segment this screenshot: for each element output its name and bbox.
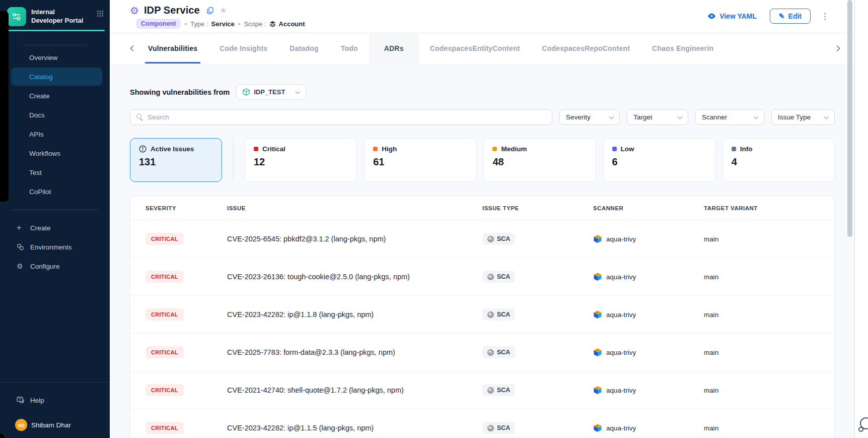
vulnerabilities-table: SEVERITY ISSUE ISSUE TYPE SCANNER TARGET…	[130, 196, 835, 438]
search-box	[130, 109, 552, 125]
cube-icon	[243, 88, 250, 96]
sidebar-divider	[23, 45, 87, 45]
stat-critical[interactable]: Critical 12	[245, 138, 357, 182]
sidebar-item-test[interactable]: Test	[11, 163, 102, 181]
table-row[interactable]: CRITICAL CVE-2025-7783: form-data@2.3.3 …	[130, 333, 834, 371]
sidebar-item-docs[interactable]: Docs	[11, 106, 102, 124]
source-select[interactable]: IDP_TEST	[236, 84, 306, 100]
stat-low[interactable]: Low 6	[603, 138, 715, 182]
sidebar-help[interactable]: ? Help	[0, 391, 110, 410]
table-header-row: SEVERITY ISSUE ISSUE TYPE SCANNER TARGET…	[130, 196, 834, 220]
scanner-cell: aqua-trivy	[593, 310, 704, 319]
tab-datadog[interactable]: Datadog	[278, 33, 329, 64]
tabs-scroll-left-icon[interactable]	[127, 33, 137, 64]
stat-active-issues[interactable]: Active Issues 131	[130, 138, 222, 182]
stat-value: 48	[492, 156, 587, 168]
tab-todo[interactable]: Todo	[330, 33, 369, 64]
apps-grid-icon[interactable]	[97, 10, 104, 19]
star-icon[interactable]: ★	[220, 6, 227, 15]
scope-label: Scope :	[244, 20, 266, 28]
left-edge-overlay	[0, 11, 9, 202]
tab-adrs[interactable]: ADRs	[369, 33, 419, 64]
kebab-menu-icon[interactable]: ⋮	[821, 12, 829, 21]
issue-cell: CVE-2025-6545: pbkdf2@3.1.2 (lang-pkgs, …	[227, 235, 482, 243]
eye-icon	[707, 13, 716, 19]
sidebar-divider	[11, 210, 99, 210]
entity-kind-badge: Component	[136, 19, 181, 29]
issue-cell: CVE-2023-42282: ip@1.1.5 (lang-pkgs, npm…	[227, 424, 482, 432]
stat-value: 61	[373, 156, 467, 168]
tab-chaos-engineering[interactable]: Chaos Engineerin	[641, 33, 721, 64]
filter-scanner[interactable]: Scanner	[695, 109, 764, 125]
issue-type-pill: SCA	[482, 346, 515, 358]
edit-button[interactable]: ✎ Edit	[770, 9, 811, 24]
entity-header: ⚙ IDP Service ★ Component ● Type : Servi…	[110, 0, 854, 33]
issue-cell: CVE-2025-7783: form-data@2.3.3 (lang-pkg…	[227, 348, 482, 356]
tab-code-insights[interactable]: Code Insights	[208, 33, 278, 64]
table-row[interactable]: CRITICAL CVE-2023-26136: tough-cookie@2.…	[130, 258, 834, 295]
trivy-logo-icon	[593, 423, 602, 432]
table-row[interactable]: CRITICAL CVE-2021-42740: shell-quote@1.7…	[130, 371, 834, 409]
issue-type-pill: SCA	[482, 308, 515, 321]
sidebar-action-configure[interactable]: ⚙ Configure	[0, 257, 110, 276]
filter-target[interactable]: Target	[627, 109, 688, 125]
view-yaml-button[interactable]: View YAML	[707, 12, 757, 20]
sca-icon	[487, 349, 494, 356]
type-label: Type :	[190, 20, 208, 28]
sidebar-nav: Overview Catalog Create Docs APIs Workfl…	[0, 48, 110, 201]
stat-value: 12	[254, 156, 348, 168]
table-row[interactable]: CRITICAL CVE-2023-42282: ip@1.1.8 (lang-…	[130, 295, 834, 333]
filter-severity[interactable]: Severity	[559, 109, 620, 125]
sidebar-divider	[0, 382, 110, 383]
stat-high[interactable]: High 61	[364, 138, 476, 182]
sidebar-action-environments[interactable]: Environments	[0, 237, 110, 257]
column-header-issue: ISSUE	[227, 205, 482, 211]
sidebar-item-apis[interactable]: APIs	[11, 125, 102, 143]
sidebar-action-create[interactable]: + Create	[0, 218, 110, 237]
page-title: IDP Service	[144, 5, 200, 16]
entity-kind-icon: ⚙	[130, 6, 139, 16]
trivy-logo-icon	[593, 348, 602, 357]
copy-icon[interactable]	[207, 7, 213, 14]
issue-type-pill: SCA	[482, 233, 515, 245]
stats-divider	[233, 138, 234, 182]
severity-badge: CRITICAL	[146, 271, 184, 283]
search-icon	[136, 114, 143, 120]
alert-circle-icon	[139, 145, 147, 153]
sca-icon	[487, 425, 494, 431]
stat-value: 4	[732, 156, 826, 168]
search-input[interactable]	[148, 113, 546, 121]
severity-dot	[612, 147, 617, 151]
target-variant-cell: main	[704, 273, 819, 281]
svg-text:?: ?	[19, 397, 21, 401]
sidebar-item-workflows[interactable]: Workflows	[11, 144, 102, 162]
table-row[interactable]: CRITICAL CVE-2023-42282: ip@1.1.5 (lang-…	[130, 409, 834, 438]
brand-accent-bar	[5, 30, 105, 31]
sidebar-item-overview[interactable]: Overview	[11, 48, 102, 67]
issue-cell: CVE-2023-42282: ip@1.1.8 (lang-pkgs, npm…	[227, 310, 482, 319]
tab-vulnerabilities[interactable]: Vulnerabilities	[137, 33, 208, 64]
issue-type-pill: SCA	[482, 422, 515, 434]
trivy-logo-icon	[593, 272, 602, 281]
sidebar-footer: ? Help SD Shibam Dhar	[0, 382, 110, 438]
severity-dot	[732, 147, 736, 151]
stat-medium[interactable]: Medium 48	[483, 138, 596, 182]
tab-codespaces-entity-content[interactable]: CodespacesEntityContent	[419, 33, 531, 64]
sidebar-item-copilot[interactable]: CoPilot	[11, 182, 102, 201]
floating-widget[interactable]	[857, 416, 868, 435]
vertical-scrollbar-thumb[interactable]	[847, 0, 852, 237]
sca-icon	[487, 236, 494, 242]
severity-badge: CRITICAL	[146, 233, 184, 245]
user-menu[interactable]: SD Shibam Dhar	[0, 419, 110, 431]
tab-codespaces-repo-content[interactable]: CodespacesRepoContent	[531, 33, 641, 64]
column-header-severity: SEVERITY	[146, 205, 227, 211]
scanner-cell: aqua-trivy	[593, 234, 704, 243]
sca-icon	[487, 274, 494, 280]
brand-logo[interactable]	[7, 7, 26, 26]
filter-issue-type[interactable]: Issue Type	[771, 109, 835, 125]
sidebar-item-create[interactable]: Create	[11, 87, 102, 105]
sidebar-item-catalog[interactable]: Catalog	[11, 68, 102, 86]
table-row[interactable]: CRITICAL CVE-2025-6545: pbkdf2@3.1.2 (la…	[130, 220, 834, 258]
stat-info[interactable]: Info 4	[722, 138, 835, 182]
plus-icon: +	[17, 223, 30, 232]
